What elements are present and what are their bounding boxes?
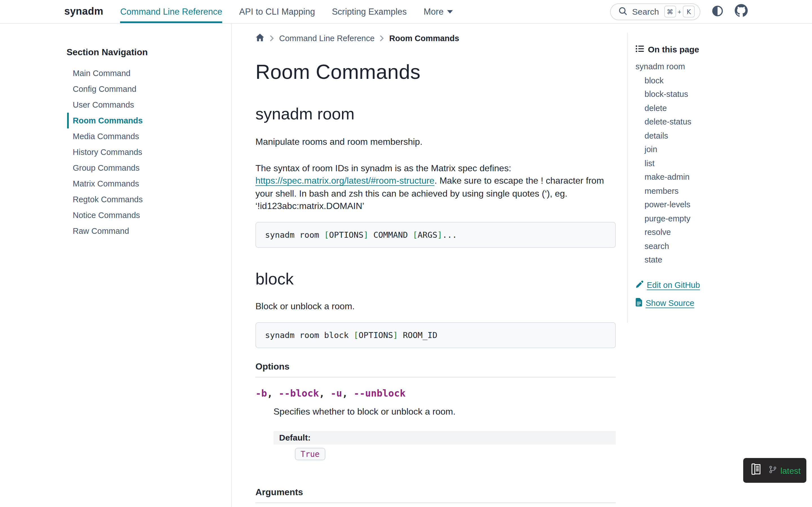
- toc-title: On this page: [636, 44, 806, 55]
- sidebar-link-user-commands[interactable]: User Commands: [73, 100, 134, 109]
- code-token-bracket: ]: [437, 230, 442, 239]
- toc-title-label: On this page: [648, 44, 699, 55]
- sidebar-link-history-commands[interactable]: History Commands: [73, 148, 142, 157]
- toc-item-block-status: block-status: [636, 87, 806, 101]
- sidebar-link-config-command[interactable]: Config Command: [73, 84, 137, 94]
- block-usage-code: synadm room block [OPTIONS] ROOM_ID: [265, 331, 437, 340]
- breadcrumb-command-line-reference[interactable]: Command Line Reference: [279, 34, 375, 43]
- section-navigation: Section Navigation Main CommandConfig Co…: [0, 24, 232, 507]
- toc-item-synadm-room: synadm room: [636, 60, 806, 73]
- toc-link-make-admin[interactable]: make-admin: [645, 172, 690, 181]
- github-link[interactable]: [735, 4, 748, 19]
- toc-link-delete-status[interactable]: delete-status: [645, 117, 691, 126]
- toc-link-search[interactable]: search: [645, 241, 669, 250]
- matrix-spec-link-part2: #room-structure: [371, 176, 435, 185]
- pencil-icon: [636, 280, 644, 290]
- theme-toggle-button[interactable]: [712, 5, 723, 18]
- options-rubric: Options: [255, 360, 616, 378]
- sidebar-item-history-commands: History Commands: [67, 144, 218, 160]
- nav-item-api-to-cli-mapping[interactable]: API to CLI Mapping: [239, 0, 315, 23]
- search-label: Search: [632, 7, 659, 16]
- code-token-plain: OPTIONS: [359, 331, 393, 340]
- nav-item-command-line-reference[interactable]: Command Line Reference: [120, 0, 222, 23]
- kbd-command: ⌘: [664, 6, 676, 17]
- site-logo[interactable]: synadm: [64, 6, 103, 17]
- section-navigation-title: Section Navigation: [66, 46, 218, 59]
- code-token-bracket: ]: [393, 331, 398, 340]
- version-badge: latest: [780, 466, 801, 475]
- code-token-plain: synadm room: [265, 230, 324, 239]
- page: synadm Command Line ReferenceAPI to CLI …: [0, 0, 812, 507]
- kbd-k: K: [683, 6, 695, 17]
- sidebar-item-media-commands: Media Commands: [67, 128, 218, 144]
- search-icon: [619, 6, 627, 17]
- code-token-bracket: [: [354, 331, 358, 340]
- breadcrumb-home-link[interactable]: [255, 33, 264, 44]
- header-actions: Search ⌘ + K: [610, 3, 748, 20]
- nav-item-scripting-examples[interactable]: Scripting Examples: [332, 0, 407, 23]
- code-token-bracket: [: [413, 230, 417, 239]
- toc-item-block: block: [636, 73, 806, 87]
- toc-link-details[interactable]: details: [645, 131, 668, 140]
- version-group: latest: [769, 465, 801, 476]
- toc-item-power-levels: power-levels: [636, 198, 806, 212]
- breadcrumb-current: Room Commands: [389, 34, 459, 43]
- toc-link-list[interactable]: list: [645, 159, 654, 168]
- sidebar-link-notice-commands[interactable]: Notice Commands: [73, 211, 140, 220]
- code-token-plain: OPTIONS: [329, 230, 363, 239]
- sidebar-link-regtok-commands[interactable]: Regtok Commands: [73, 195, 143, 204]
- sidebar-link-main-command[interactable]: Main Command: [73, 69, 131, 78]
- toc-link-block[interactable]: block: [645, 76, 664, 85]
- toc-link-purge-empty[interactable]: purge-empty: [645, 214, 691, 223]
- block-usage-code-block: synadm room block [OPTIONS] ROOM_ID: [255, 322, 616, 348]
- matrix-spec-link[interactable]: https://spec.matrix.org/latest/#room-str…: [255, 176, 435, 185]
- option-separator: ,: [319, 388, 331, 399]
- toc-link-delete[interactable]: delete: [645, 103, 667, 112]
- option-description: Specifies whether to block or unblock a …: [273, 406, 616, 418]
- synadm-room-syntax-paragraph: The syntax of room IDs in synadm is as t…: [255, 162, 616, 213]
- sidebar-link-media-commands[interactable]: Media Commands: [73, 132, 139, 141]
- code-token-plain: ROOM_ID: [398, 331, 437, 340]
- heading-synadm-room: synadm room: [255, 105, 616, 123]
- option-name-block: --block: [278, 388, 319, 399]
- default-field-value: True: [295, 448, 616, 460]
- toc-list: synadm roomblockblock-statusdeletedelete…: [636, 60, 806, 267]
- option-name-u: -u: [331, 388, 342, 399]
- sidebar-item-regtok-commands: Regtok Commands: [67, 191, 218, 207]
- search-button[interactable]: Search ⌘ + K: [610, 3, 700, 20]
- toc-item-details: details: [636, 129, 806, 143]
- heading-block: block: [255, 270, 616, 288]
- toc-link-block-status[interactable]: block-status: [645, 90, 688, 99]
- file-source-icon: [636, 298, 642, 308]
- sidebar-link-raw-command[interactable]: Raw Command: [73, 226, 129, 235]
- search-shortcut: ⌘ + K: [664, 6, 695, 17]
- caret-down-icon: [447, 10, 453, 13]
- matrix-spec-link-part1: https://spec.matrix.org/latest/: [255, 176, 371, 185]
- top-navbar: synadm Command Line ReferenceAPI to CLI …: [0, 0, 812, 24]
- article: Command Line Reference Room Commands Roo…: [232, 24, 627, 507]
- edit-on-github-link[interactable]: Edit on GitHub: [636, 280, 806, 290]
- toc-link-synadm-room[interactable]: synadm room: [636, 62, 685, 71]
- toc-item-members: members: [636, 184, 806, 198]
- edit-on-github-label: Edit on GitHub: [647, 281, 700, 290]
- sidebar-link-room-commands[interactable]: Room Commands: [73, 116, 143, 125]
- toc-link-power-levels[interactable]: power-levels: [645, 200, 691, 209]
- toc-link-resolve[interactable]: resolve: [645, 228, 671, 237]
- toc-item-delete-status: delete-status: [636, 115, 806, 129]
- sidebar-item-config-command: Config Command: [67, 81, 218, 97]
- nav-item-more[interactable]: More: [424, 0, 453, 23]
- sidebar-link-group-commands[interactable]: Group Commands: [73, 163, 140, 172]
- toc-item-purge-empty: purge-empty: [636, 212, 806, 225]
- default-field: Default: True: [273, 431, 616, 460]
- toc-link-state[interactable]: state: [645, 255, 662, 264]
- theme-contrast-icon: [712, 5, 723, 18]
- code-token-plain: ...: [442, 230, 457, 239]
- sidebar-link-matrix-commands[interactable]: Matrix Commands: [73, 179, 139, 188]
- sidebar-item-group-commands: Group Commands: [67, 160, 218, 176]
- toc-link-join[interactable]: join: [645, 145, 657, 154]
- readthedocs-flyout[interactable]: latest: [743, 458, 806, 483]
- show-source-link[interactable]: Show Source: [636, 298, 806, 308]
- toc-item-list: list: [636, 156, 806, 170]
- toc-item-make-admin: make-admin: [636, 170, 806, 184]
- toc-link-members[interactable]: members: [645, 186, 679, 195]
